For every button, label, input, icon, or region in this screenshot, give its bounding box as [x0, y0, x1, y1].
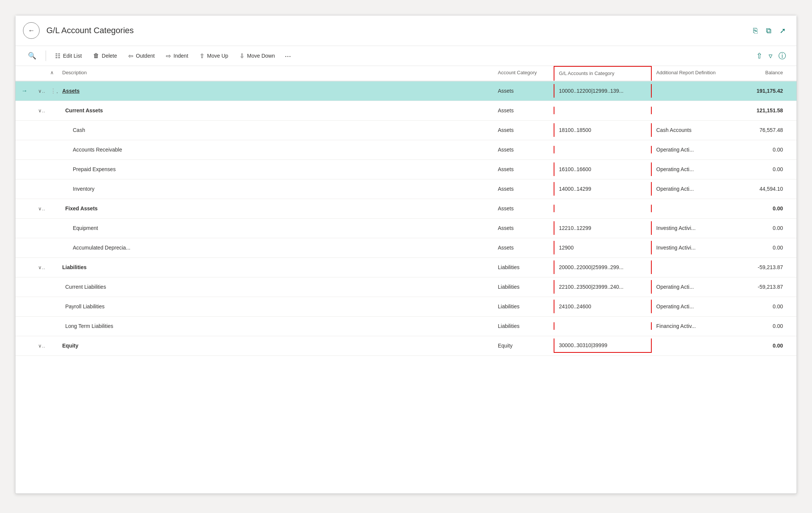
row-chevron-cell[interactable] — [34, 244, 46, 251]
row-chevron-cell[interactable] — [34, 165, 46, 173]
table-row[interactable]: Inventory Assets 14000..14299 Operating … — [15, 179, 797, 199]
move-up-icon: ⇧ — [200, 52, 204, 60]
row-description[interactable]: Accounts Receivable — [58, 143, 493, 156]
row-gl-accounts[interactable]: 10000..12200|12999..139... — [554, 84, 652, 98]
table-row[interactable]: ∨ Equity Equity 30000..30310|39999 0.00 — [15, 336, 797, 356]
row-gl-accounts[interactable]: 12900 — [554, 241, 652, 254]
header-gl-accounts: G/L Accounts in Category — [554, 66, 652, 81]
row-balance: 0.00 — [727, 143, 787, 156]
row-gl-accounts[interactable] — [554, 205, 652, 212]
table-row[interactable]: Equipment Assets 12210..12299 Investing … — [15, 219, 797, 238]
info-icon[interactable]: ⓘ — [778, 51, 786, 61]
row-description[interactable]: Liabilities — [58, 260, 493, 274]
row-gl-accounts[interactable]: 20000..22000|25999..299... — [554, 260, 652, 274]
row-scroll-spacer — [787, 342, 797, 349]
outdent-icon: ⇦ — [128, 52, 133, 60]
row-balance: 0.00 — [727, 241, 787, 254]
filter-icon[interactable]: ▿ — [769, 51, 772, 60]
row-chevron-cell[interactable] — [34, 283, 46, 291]
move-down-button[interactable]: ⇩ Move Down — [235, 50, 279, 62]
row-gl-accounts[interactable]: 14000..14299 — [554, 182, 652, 196]
row-scroll-spacer — [787, 303, 797, 310]
open-external-icon[interactable]: ⧉ — [766, 26, 771, 35]
table-row[interactable]: → ∨ ⋮ Assets Assets 10000..12200|12999..… — [15, 81, 797, 101]
row-chevron-cell[interactable]: ∨ — [34, 261, 46, 274]
row-account-category: Liabilities — [493, 300, 554, 313]
row-gl-accounts[interactable]: 22100..23500|23999..240... — [554, 280, 652, 294]
row-description[interactable]: Prepaid Expenses — [58, 162, 493, 176]
row-scroll-spacer — [787, 126, 797, 134]
outdent-button[interactable]: ⇦ Outdent — [124, 50, 159, 62]
row-description[interactable]: Cash — [58, 123, 493, 137]
table-row[interactable]: ∨ Fixed Assets Assets 0.00 — [15, 199, 797, 219]
row-chevron-cell[interactable] — [34, 303, 46, 310]
row-description[interactable]: Fixed Assets — [58, 202, 493, 215]
row-account-category: Equity — [493, 339, 554, 352]
row-chevron-cell[interactable] — [34, 185, 46, 193]
table-row[interactable]: Payroll Liabilities Liabilities 24100..2… — [15, 297, 797, 317]
row-additional-report — [652, 342, 727, 349]
main-window: ← G/L Account Categories ⎘ ⧉ ➚ 🔍 ☷ Edit … — [15, 15, 797, 494]
row-description[interactable]: Inventory — [58, 182, 493, 196]
row-drag-cell — [46, 342, 58, 349]
table-row[interactable]: Prepaid Expenses Assets 16100..16600 Ope… — [15, 160, 797, 179]
row-gl-accounts[interactable]: 24100..24600 — [554, 300, 652, 313]
row-gl-accounts[interactable]: 18100..18500 — [554, 123, 652, 137]
row-description[interactable]: Payroll Liabilities — [58, 300, 493, 313]
title-icons: ⎘ ⧉ ➚ — [753, 26, 786, 35]
row-scroll-spacer — [787, 224, 797, 232]
share-icon[interactable]: ⇧ — [756, 51, 763, 60]
row-account-category: Assets — [493, 221, 554, 235]
row-drag-cell — [46, 224, 58, 232]
row-balance: 76,557.48 — [727, 123, 787, 137]
row-chevron-cell[interactable] — [34, 126, 46, 134]
row-description[interactable]: Equipment — [58, 221, 493, 235]
header-balance: Balance — [727, 66, 787, 81]
row-description[interactable]: Current Liabilities — [58, 280, 493, 294]
row-balance: 44,594.10 — [727, 182, 787, 196]
edit-list-button[interactable]: ☷ Edit List — [51, 50, 86, 62]
row-account-category: Liabilities — [493, 280, 554, 294]
row-chevron-cell[interactable]: ∨ — [34, 339, 46, 352]
row-chevron-cell[interactable] — [34, 146, 46, 153]
row-description[interactable]: Accumulated Deprecia... — [58, 241, 493, 254]
row-chevron-cell[interactable] — [34, 224, 46, 232]
row-scroll-spacer — [787, 146, 797, 153]
table-row[interactable]: Long Term Liabilities Liabilities Financ… — [15, 317, 797, 336]
table-row[interactable]: Accounts Receivable Assets Operating Act… — [15, 140, 797, 160]
row-arrow-cell — [15, 126, 34, 134]
row-arrow-cell — [15, 283, 34, 291]
search-icon[interactable]: 🔍 — [26, 50, 38, 62]
table-row[interactable]: Current Liabilities Liabilities 22100..2… — [15, 277, 797, 297]
table-row[interactable]: Cash Assets 18100..18500 Cash Accounts 7… — [15, 121, 797, 140]
table-row[interactable]: ∨ Current Assets Assets 121,151.58 — [15, 101, 797, 121]
row-chevron-cell[interactable]: ∨ — [34, 104, 46, 117]
table-row[interactable]: Accumulated Deprecia... Assets 12900 Inv… — [15, 238, 797, 258]
row-gl-accounts[interactable] — [554, 322, 652, 330]
more-actions-icon[interactable]: ··· — [282, 50, 294, 62]
row-chevron-cell[interactable]: ∨ — [34, 202, 46, 215]
row-gl-accounts[interactable] — [554, 107, 652, 114]
row-gl-accounts[interactable]: 30000..30310|39999 — [554, 338, 652, 353]
row-gl-accounts[interactable] — [554, 146, 652, 153]
header-sort[interactable]: ∧ — [46, 66, 58, 81]
move-up-button[interactable]: ⇧ Move Up — [195, 50, 233, 62]
row-gl-accounts[interactable]: 12210..12299 — [554, 221, 652, 235]
row-chevron-cell[interactable] — [34, 322, 46, 330]
row-additional-report: Financing Activ... — [652, 319, 727, 333]
indent-button[interactable]: ⇨ Indent — [161, 50, 193, 62]
delete-button[interactable]: 🗑 Delete — [89, 50, 121, 61]
row-balance: 0.00 — [727, 319, 787, 333]
row-description[interactable]: Current Assets — [58, 104, 493, 117]
row-gl-accounts[interactable]: 16100..16600 — [554, 162, 652, 176]
expand-icon[interactable]: ➚ — [780, 26, 786, 35]
row-arrow-cell — [15, 107, 34, 114]
row-arrow-cell — [15, 342, 34, 349]
row-description[interactable]: Equity — [58, 339, 493, 352]
back-button[interactable]: ← — [23, 22, 40, 39]
row-description[interactable]: Long Term Liabilities — [58, 319, 493, 333]
table-row[interactable]: ∨ Liabilities Liabilities 20000..22000|2… — [15, 258, 797, 277]
bookmark-icon[interactable]: ⎘ — [753, 26, 758, 35]
row-chevron-cell[interactable]: ∨ — [34, 84, 46, 98]
row-description[interactable]: Assets — [58, 84, 493, 98]
